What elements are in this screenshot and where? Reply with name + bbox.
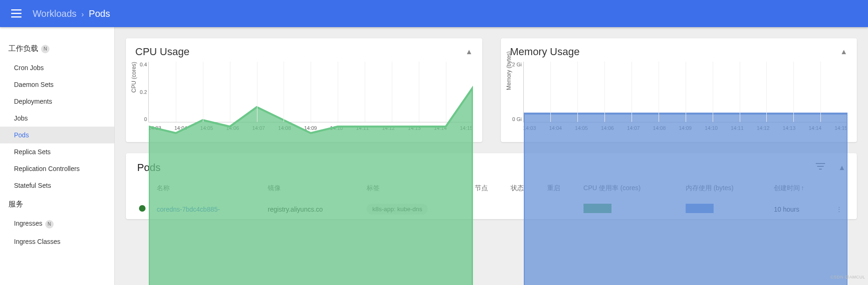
column-header[interactable]: 节点 <box>469 178 506 199</box>
main-content: CPU Usage ▲ CPU (cores) 0.40.20 14:0314:… <box>115 27 868 285</box>
sidebar-item-replica-sets[interactable]: Replica Sets <box>0 143 114 160</box>
card-title: Memory Usage <box>510 46 580 58</box>
collapse-icon[interactable]: ▲ <box>465 48 473 56</box>
watermark: CSDN @AMCUL <box>831 275 865 279</box>
collapse-icon[interactable]: ▲ <box>840 48 847 56</box>
y-tick: 2 Gi <box>506 62 522 67</box>
svg-rect-1 <box>11 13 21 14</box>
svg-rect-2 <box>11 16 21 18</box>
chevron-right-icon: › <box>82 10 84 18</box>
y-tick: 0 Gi <box>506 116 522 122</box>
pod-node <box>469 199 506 219</box>
column-status-dot <box>126 178 151 199</box>
sidebar-item-pods[interactable]: Pods <box>0 127 114 143</box>
y-tick: 0.4 <box>131 62 147 67</box>
sidebar-item-jobs[interactable]: Jobs <box>0 110 114 127</box>
status-dot-icon <box>139 205 146 212</box>
namespace-badge: N <box>45 220 54 228</box>
sidebar-item-deployments[interactable]: Deployments <box>0 93 114 110</box>
sidebar-item-replication-controllers[interactable]: Replication Controllers <box>0 160 114 177</box>
sidebar-item-ingress-classes[interactable]: Ingress Classes <box>0 233 114 250</box>
memory-usage-card: Memory Usage ▲ Memory (bytes) 2 Gi0 Gi 1… <box>501 38 857 142</box>
sidebar-item-ingresses[interactable]: IngressesN <box>0 215 114 233</box>
sidebar-item-cron-jobs[interactable]: Cron Jobs <box>0 59 114 76</box>
sidebar: 工作负载 N Cron JobsDaemon SetsDeploymentsJo… <box>0 27 115 285</box>
sidebar-item-daemon-sets[interactable]: Daemon Sets <box>0 76 114 93</box>
namespace-badge: N <box>41 45 49 53</box>
cpu-chart: CPU (cores) 0.40.20 14:0314:0414:0514:06… <box>126 62 482 142</box>
sidebar-section-label: 工作负载 <box>8 44 38 54</box>
svg-rect-0 <box>11 9 21 11</box>
memory-chart: Memory (bytes) 2 Gi0 Gi 14:0314:0414:051… <box>501 62 857 142</box>
hamburger-icon[interactable] <box>7 6 25 21</box>
sidebar-section-workloads[interactable]: 工作负载 N <box>0 38 114 59</box>
card-title: CPU Usage <box>135 46 189 58</box>
breadcrumb-current[interactable]: Pods <box>89 8 110 19</box>
breadcrumb: Workloads › Pods <box>33 8 110 19</box>
sidebar-item-stateful-sets[interactable]: Stateful Sets <box>0 177 114 194</box>
sidebar-section-services[interactable]: 服务 <box>0 194 114 215</box>
sidebar-section-label: 服务 <box>8 200 23 209</box>
y-tick: 0 <box>131 116 147 122</box>
cpu-usage-card: CPU Usage ▲ CPU (cores) 0.40.20 14:0314:… <box>126 38 482 142</box>
app-bar: Workloads › Pods <box>0 0 868 27</box>
breadcrumb-parent[interactable]: Workloads <box>33 8 76 19</box>
y-tick: 0.2 <box>131 89 147 95</box>
